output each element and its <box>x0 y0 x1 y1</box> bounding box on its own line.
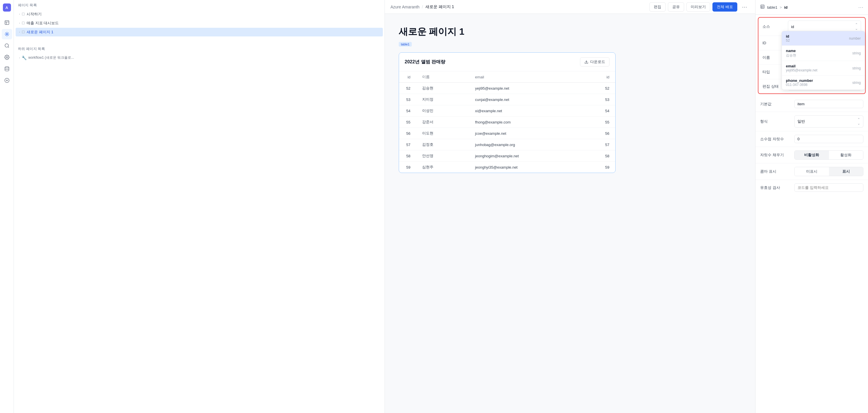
cell-name: 김정호 <box>416 139 470 150</box>
search-icon[interactable] <box>2 40 12 51</box>
decimal-input[interactable] <box>794 135 863 143</box>
cell-email: xi@example.net <box>469 105 598 117</box>
fill-inactive-btn[interactable]: 비활성화 <box>795 151 829 159</box>
svg-rect-9 <box>761 5 764 8</box>
sidebar-item-newpage[interactable]: › ☐ 새로운 페이지 1 <box>16 28 383 36</box>
cell-email: cunjai@example.net <box>469 94 598 105</box>
cell-name: 이도현 <box>416 128 470 139</box>
topbar: Azure Amaranth / 새로운 페이지 1 편집 공유 미리보기 전체… <box>385 0 755 14</box>
chevron-icon: › <box>19 56 20 59</box>
more-button[interactable]: ⋯ <box>740 3 749 11</box>
sidebar-item-start[interactable]: › ☐ 시작하기 <box>16 10 383 19</box>
sidebar-item-label: 매출 지표 대시보드 <box>27 21 59 26</box>
page-tag[interactable]: table1 <box>399 42 412 47</box>
preview-button[interactable]: 미리보기 <box>686 2 710 11</box>
format-select[interactable]: 일반 ⌃⌄ <box>794 115 863 127</box>
cell-email: yeji95@example.net <box>469 83 598 94</box>
format-label: 형식 <box>760 119 792 124</box>
main-area: Azure Amaranth / 새로운 페이지 1 편집 공유 미리보기 전체… <box>385 0 755 413</box>
dropdown-name-name: name <box>786 49 796 53</box>
fill-active-btn[interactable]: 활성화 <box>829 151 863 159</box>
sidebar-sub-item-label: workflow1 (새로운 워크플로... <box>28 55 74 60</box>
right-panel: table1 > id ⋯ 소스 id ⌃⌄ id 52 <box>755 0 868 413</box>
panel-more-button[interactable]: ⋯ <box>858 4 863 10</box>
data-table: id 이름 email id 52 김승현 yeji95@example.net… <box>399 71 615 173</box>
dropdown-id-sub: 52 <box>786 38 789 42</box>
dropdown-phone-name: phone_number <box>786 78 813 83</box>
table-row: 59 심현주 jeonghyi35@example.net 59 <box>399 162 615 173</box>
table-body: 52 김승현 yeji95@example.net 52 53 지미정 cunj… <box>399 83 615 173</box>
comma-yes-btn[interactable]: 표시 <box>829 167 863 176</box>
download-button[interactable]: 다운로드 <box>580 57 610 66</box>
comma-label: 콤마 표시 <box>760 169 792 174</box>
chevron-updown-icon: ⌃⌄ <box>857 117 860 125</box>
cell-id: 52 <box>399 83 416 94</box>
integrations-icon[interactable] <box>2 75 12 86</box>
share-button[interactable]: 공유 <box>668 2 684 11</box>
sidebar-item-dashboard[interactable]: › ☐ 매출 지표 대시보드 <box>16 19 383 27</box>
panel-table-name: table1 <box>767 5 777 9</box>
breadcrumb: Azure Amaranth / 새로운 페이지 1 <box>391 4 646 9</box>
dropdown-email-type: string <box>852 66 861 70</box>
chevron-icon: › <box>19 22 20 25</box>
cell-email: jeonghogim@example.net <box>469 150 598 162</box>
breadcrumb-current: 새로운 페이지 1 <box>425 4 454 9</box>
validation-row: 유효성 검사 <box>755 180 868 195</box>
source-select-value: id <box>791 25 794 29</box>
table-icon <box>760 4 765 10</box>
cell-id: 59 <box>399 162 416 173</box>
dropdown-item-phone[interactable]: phone_number 011-347-3698 string <box>782 76 865 90</box>
edit-button[interactable]: 편집 <box>649 2 665 11</box>
decimal-value-field <box>794 135 863 143</box>
dropdown-id-type: number <box>849 36 861 40</box>
dropdown-email-sub: yeji95@example.net <box>786 68 817 72</box>
cell-id: 53 <box>399 94 416 105</box>
cell-name: 이성민 <box>416 105 470 117</box>
topbar-actions: 편집 공유 미리보기 전체 배포 ⋯ <box>649 2 749 11</box>
default-value-field <box>794 100 863 108</box>
breadcrumb-project[interactable]: Azure Amaranth <box>391 5 420 9</box>
comma-no-btn[interactable]: 미표시 <box>795 167 829 176</box>
source-label: 소스 <box>763 24 785 29</box>
components-icon[interactable] <box>2 29 12 39</box>
table-row: 53 지미정 cunjai@example.net 53 <box>399 94 615 105</box>
cell-email: fhong@example.com <box>469 117 598 128</box>
col-email: email <box>469 71 598 83</box>
deploy-button[interactable]: 전체 배포 <box>712 2 737 11</box>
dropdown-name-sub: 김승현 <box>786 53 796 58</box>
format-value-field: 일반 ⌃⌄ <box>794 115 863 127</box>
cell-id: 55 <box>399 117 416 128</box>
database-icon[interactable] <box>2 64 12 74</box>
cell-id2: 54 <box>598 105 615 117</box>
cell-id: 56 <box>399 128 416 139</box>
validation-input[interactable] <box>794 183 863 192</box>
svg-point-3 <box>6 34 7 35</box>
dropdown-item-name[interactable]: name 김승현 string <box>782 46 865 61</box>
pages-icon[interactable] <box>2 17 12 28</box>
cell-id2: 55 <box>598 117 615 128</box>
cell-id2: 56 <box>598 128 615 139</box>
sub-pages-section-title: 하위 페이지 목록 <box>14 44 384 53</box>
table-header-row: id 이름 email id <box>399 71 615 83</box>
dropdown-item-email[interactable]: email yeji95@example.net string <box>782 61 865 76</box>
cell-email: jcoe@example.net <box>469 128 598 139</box>
doc-icon: ☐ <box>22 30 25 34</box>
breadcrumb-sep: / <box>422 5 423 9</box>
settings-icon[interactable] <box>2 52 12 62</box>
table-row: 55 강준서 fhong@example.com 55 <box>399 117 615 128</box>
sidebar-item-label: 시작하기 <box>27 11 42 17</box>
comma-toggle-group: 미표시 표시 <box>794 167 863 176</box>
cell-id2: 52 <box>598 83 615 94</box>
default-input[interactable] <box>794 100 863 108</box>
dropdown-email-name: email <box>786 64 817 68</box>
svg-point-6 <box>5 67 9 68</box>
cell-id2: 59 <box>598 162 615 173</box>
page-content: 새로운 페이지 1 table1 2022년 앨범 판매량 다운로드 id 이름… <box>385 14 755 413</box>
sidebar-item-workflow[interactable]: › 🔧 workflow1 (새로운 워크플로... <box>16 54 383 62</box>
dropdown-item-id[interactable]: id 52 number <box>782 31 865 46</box>
dropdown-phone-type: string <box>852 81 861 85</box>
avatar[interactable]: A <box>3 3 11 11</box>
cell-email: jeonghyi35@example.net <box>469 162 598 173</box>
col-name: 이름 <box>416 71 470 83</box>
download-label: 다운로드 <box>590 59 605 64</box>
